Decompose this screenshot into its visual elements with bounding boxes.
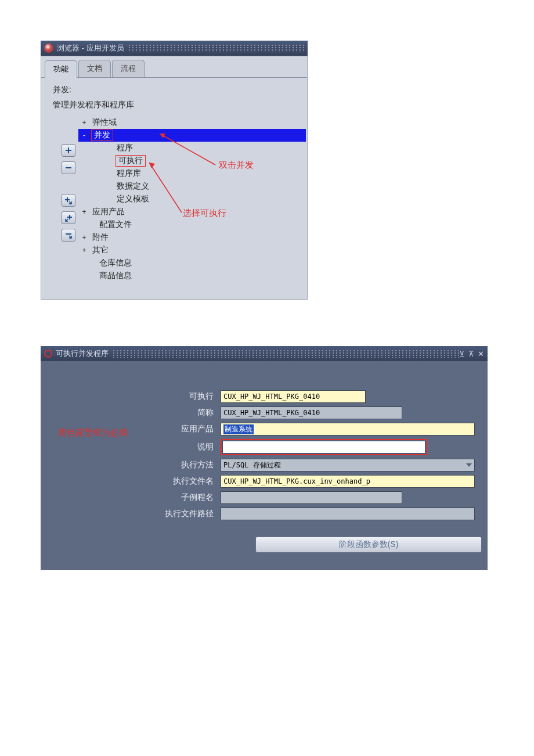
label-filepath: 执行文件路径 — [52, 509, 221, 519]
titlebar[interactable]: 可执行并发程序 ⊻ ⊼ ✕ — [41, 346, 488, 361]
tab-bar: 功能 文档 流程 — [41, 56, 307, 77]
required-note: 黄色背景框为必填 — [58, 427, 128, 438]
window-title: 浏览器 - 应用开发员 — [57, 43, 124, 53]
breadcrumb-2: 管理并发程序和程序库 — [53, 100, 307, 110]
label-shortname: 简称 — [52, 408, 221, 418]
tree-item[interactable]: 程序 — [78, 142, 306, 154]
expander-icon[interactable]: + — [81, 233, 88, 242]
input-description[interactable] — [222, 441, 425, 453]
breadcrumb-1: 并发: — [53, 85, 307, 95]
browser-window: 浏览器 - 应用开发员 功能 文档 流程 并发: 管理并发程序和程序库 — [41, 41, 308, 300]
tree-item[interactable]: 配置文件 — [78, 218, 306, 231]
maximize-icon[interactable]: ⊼ — [468, 350, 474, 358]
expand-all-button[interactable] — [62, 211, 75, 224]
tree-view: +弹性域 -并发 程序 可执行 程序库 数据定义 定义模板 +应用产品 配置文件… — [78, 116, 306, 282]
label-executable: 可执行 — [52, 391, 221, 402]
tree-item[interactable]: 程序库 — [78, 167, 306, 180]
input-executable[interactable]: CUX_HP_WJ_HTML_PKG_0410 — [221, 390, 366, 403]
collapse-button[interactable] — [62, 161, 75, 174]
tree-item-executable[interactable]: 可执行 — [78, 154, 306, 167]
label-method: 执行方法 — [52, 460, 221, 470]
input-shortname[interactable]: CUX_HP_WJ_HTML_PKG_0410 — [221, 406, 402, 419]
collapse-all-button[interactable] — [62, 229, 75, 242]
tree-item[interactable]: +附件 — [78, 231, 306, 244]
breadcrumb: 并发: 管理并发程序和程序库 — [41, 78, 307, 110]
expand-button[interactable] — [62, 144, 75, 157]
minimize-icon[interactable]: ⊻ — [459, 350, 465, 358]
tree-item[interactable]: 数据定义 — [78, 180, 306, 193]
titlebar[interactable]: 浏览器 - 应用开发员 — [41, 41, 308, 56]
input-subproc[interactable] — [221, 491, 402, 504]
tab-documents[interactable]: 文档 — [78, 60, 111, 77]
tab-process[interactable]: 流程 — [112, 60, 145, 77]
chevron-down-icon — [466, 463, 472, 467]
tab-functions[interactable]: 功能 — [45, 60, 77, 78]
window-title: 可执行并发程序 — [56, 348, 109, 359]
stage-params-button[interactable]: 阶段函数参数(S) — [255, 537, 482, 553]
label-subproc: 子例程名 — [52, 492, 221, 503]
input-application[interactable]: 制造系统 — [221, 423, 475, 435]
expander-icon[interactable]: + — [81, 118, 88, 127]
label-filename: 执行文件名 — [52, 476, 221, 487]
tree-item[interactable]: 商品信息 — [78, 269, 306, 282]
expander-icon[interactable]: + — [81, 208, 88, 216]
tree-item[interactable]: +弹性域 — [78, 116, 306, 129]
window-body: 功能 文档 流程 并发: 管理并发程序和程序库 — [41, 56, 308, 300]
tree-item[interactable]: 仓库信息 — [78, 257, 306, 269]
expander-icon[interactable]: + — [81, 246, 88, 254]
tree-toolbar — [62, 144, 75, 242]
expander-icon[interactable]: - — [81, 131, 88, 139]
form-body: 黄色背景框为必填 可执行 CUX_HP_WJ_HTML_PKG_0410 简称 … — [41, 361, 488, 570]
input-filename[interactable]: CUX_HP_WJ_HTML_PKG.cux_inv_onhand_p — [221, 475, 475, 488]
tree-item[interactable]: +应用产品 — [78, 206, 306, 218]
app-icon — [44, 44, 53, 53]
input-filepath[interactable] — [221, 507, 475, 520]
executable-form-window: 可执行并发程序 ⊻ ⊼ ✕ 黄色背景框为必填 可执行 CUX_HP_WJ_HTM… — [41, 346, 488, 570]
titlebar-grip — [112, 350, 459, 358]
tree-item[interactable]: 定义模板 — [78, 193, 306, 206]
select-method[interactable]: PL/SQL 存储过程 — [221, 459, 475, 471]
tree-item-concurrent[interactable]: -并发 — [78, 129, 306, 142]
oracle-icon — [44, 350, 52, 358]
label-description: 说明 — [52, 442, 221, 452]
titlebar-grip — [128, 44, 304, 52]
expand-branch-button[interactable] — [62, 194, 75, 207]
tree-item[interactable]: +其它 — [78, 244, 306, 257]
close-icon[interactable]: ✕ — [478, 350, 484, 358]
